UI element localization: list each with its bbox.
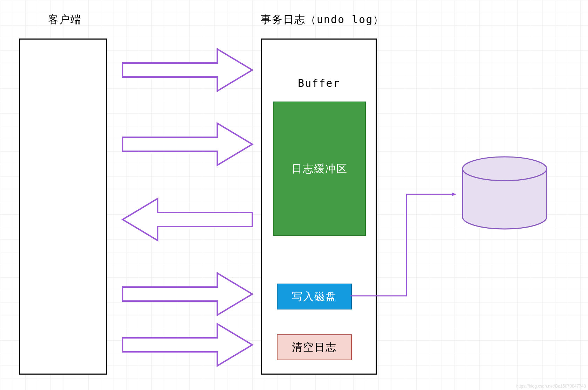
arrow-label-start-tx: 开启事务 (146, 65, 194, 79)
write-disk-box: 写入磁盘 (277, 284, 352, 309)
write-disk-label: 写入磁盘 (292, 290, 337, 304)
clear-log-box: 清空日志 (277, 334, 352, 360)
buffer-title: Buffer (298, 77, 340, 89)
arrow-label-return-data: 返回数据 (154, 214, 202, 229)
database-label: MySQL (489, 186, 524, 199)
arrow-label-crud: 增删改查 (146, 139, 194, 154)
clear-log-label: 清空日志 (292, 340, 337, 355)
client-title: 客户端 (35, 13, 95, 27)
svg-point-0 (463, 157, 547, 181)
arrow-label-commit: commit (154, 289, 199, 301)
undo-log-title: 事务日志（undo log） (249, 13, 396, 27)
log-buffer-box: 日志缓冲区 (273, 102, 366, 236)
watermark: https://blog.csdn.net/Bo15070047748 (516, 384, 586, 389)
diagram-canvas: 客户端 事务日志（undo log） Buffer 日志缓冲区 写入磁盘 清空日… (0, 0, 588, 390)
log-buffer-label: 日志缓冲区 (292, 162, 348, 176)
client-box (19, 39, 107, 375)
arrow-label-rollback: rollback (140, 340, 199, 352)
